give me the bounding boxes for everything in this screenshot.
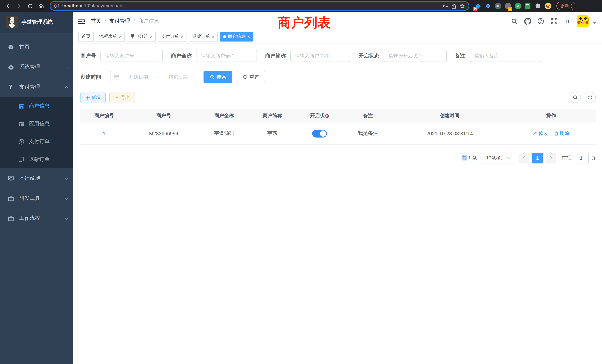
add-button[interactable]: 新增 — [80, 92, 106, 103]
prev-page-button[interactable] — [519, 152, 529, 163]
share-icon[interactable] — [451, 3, 456, 9]
extension-badge: 10 — [473, 7, 477, 11]
browser-update-button[interactable]: 更新 — [556, 2, 575, 10]
extension-doc-icon[interactable] — [525, 3, 531, 9]
status-toggle[interactable] — [312, 129, 327, 137]
sidebar-item-dev-tools[interactable]: 研发工具 — [0, 188, 73, 208]
browser-back-button[interactable] — [3, 1, 13, 11]
breadcrumb-separator: / — [105, 18, 106, 24]
cell-create-time: 2021-10-23 08:31:14 — [393, 123, 507, 144]
tab-refund-order[interactable]: 退款订单× — [189, 32, 218, 41]
close-icon[interactable]: × — [212, 34, 214, 39]
breadcrumb-home[interactable]: 首页 — [91, 18, 101, 24]
tab-home[interactable]: 首页 — [78, 32, 94, 41]
col-full-name: 商户全称 — [200, 109, 249, 123]
short-name-input[interactable] — [290, 50, 350, 62]
document-copy-icon — [18, 156, 24, 162]
address-bar[interactable]: localhost:1024/pay/merchant — [50, 1, 469, 11]
cell-merchant-id: 1 — [80, 123, 128, 144]
export-button[interactable]: 导出 — [109, 92, 135, 103]
sidebar-item-workflow[interactable]: 工作流程 — [0, 208, 73, 228]
browser-forward-button[interactable] — [14, 1, 24, 11]
sidebar-item-label: 应用信息 — [29, 120, 50, 127]
delete-link[interactable]: 删除 — [554, 130, 569, 137]
app-logo[interactable]: 芋道管理系统 — [0, 12, 73, 33]
jumper-label: 前往 — [562, 155, 572, 161]
sidebar-item-merchant-info[interactable]: 商户信息 — [0, 97, 73, 115]
next-page-button[interactable] — [546, 152, 556, 163]
pagination-total: 共 1 条 — [462, 155, 477, 161]
help-icon[interactable] — [537, 17, 545, 25]
extension-circle-icon[interactable]: 1 — [505, 3, 511, 9]
browser-home-button[interactable] — [36, 1, 46, 11]
status-label: 开启状态 — [358, 53, 379, 59]
github-icon[interactable] — [523, 17, 532, 25]
col-status: 开启状态 — [296, 109, 343, 123]
page-number-1[interactable]: 1 — [532, 152, 543, 163]
extensions-puzzle-icon[interactable] — [535, 3, 541, 9]
sidebar-item-label: 首页 — [19, 44, 68, 50]
font-size-icon[interactable]: TT — [563, 17, 572, 25]
col-merchant-no: 商户号 — [128, 109, 199, 123]
toggle-search-button[interactable] — [570, 92, 581, 103]
close-icon[interactable]: × — [181, 34, 183, 39]
breadcrumb-pay[interactable]: 支付管理 — [109, 18, 130, 24]
extension-pin-icon[interactable] — [484, 3, 491, 9]
tab-user-group[interactable]: 用户分组× — [127, 32, 156, 41]
breadcrumb-current: 商户信息 — [138, 18, 159, 24]
sidebar-item-system[interactable]: 系统管理 — [0, 57, 73, 77]
status-select[interactable]: 请选择开启状态 — [384, 50, 447, 62]
jumper-input[interactable] — [574, 152, 589, 163]
reset-button[interactable]: 重置 — [237, 71, 265, 83]
sidebar-item-app-info[interactable]: 应用信息 — [0, 115, 73, 133]
sidebar-item-home[interactable]: 首页 — [0, 37, 73, 57]
pay-submenu: 商户信息 应用信息 支付订单 — [0, 97, 73, 168]
short-name-label: 商户简称 — [265, 53, 286, 59]
dashboard-icon — [7, 44, 14, 50]
site-info-icon[interactable] — [54, 3, 59, 9]
sidebar-item-pay[interactable]: ¥ 支付管理 — [0, 77, 73, 97]
merchant-no-input[interactable] — [100, 50, 163, 62]
filter-row-1: 商户号 商户全称 商户简称 开启状态 请选择开启状态 — [80, 50, 596, 62]
extension-y-icon[interactable]: y — [515, 3, 521, 9]
avatar-dropdown-caret[interactable] — [593, 22, 596, 24]
bookmark-star-icon[interactable] — [459, 3, 465, 9]
page-content: 商户号 商户全称 商户简称 开启状态 请选择开启状态 — [73, 43, 602, 163]
browser-menu-icon[interactable] — [571, 4, 572, 8]
url-path: :1024/pay/merchant — [83, 3, 124, 9]
full-name-input[interactable] — [196, 50, 257, 62]
close-icon[interactable]: × — [119, 34, 121, 39]
remark-input[interactable] — [470, 50, 541, 62]
sidebar-item-refund-order[interactable]: 退款订单 — [0, 150, 73, 168]
header-search-icon[interactable] — [510, 17, 518, 25]
cell-remark: 我是备注 — [344, 123, 393, 144]
sidebar-item-infra[interactable]: 基础设施 — [0, 168, 73, 188]
logo-rabbit-image — [6, 16, 18, 28]
tab-pay-order[interactable]: 支付订单× — [158, 32, 187, 41]
fullscreen-icon[interactable] — [550, 17, 558, 25]
table-row: 1 M233666999 芋道源码 芋艿 我是备注 2021-10-23 08:… — [80, 123, 596, 144]
browser-extensions: 10 ⌘ 1 y — [474, 3, 551, 9]
extension-command-icon[interactable]: ⌘ — [494, 3, 501, 9]
cell-status — [296, 123, 343, 144]
sidebar-item-pay-order[interactable]: 支付订单 — [0, 133, 73, 150]
search-button[interactable]: 搜索 — [204, 71, 232, 83]
sidebar-item-label: 支付订单 — [29, 138, 50, 145]
extension-emoji-icon[interactable] — [545, 3, 551, 9]
sidebar-item-label: 工作流程 — [19, 215, 65, 222]
tab-process-form[interactable]: 流程表单× — [96, 32, 125, 41]
browser-reload-button[interactable] — [25, 1, 35, 11]
extension-diamond-icon[interactable]: 10 — [474, 3, 481, 9]
user-avatar[interactable] — [577, 15, 589, 27]
close-icon[interactable]: × — [248, 34, 250, 39]
edit-link[interactable]: 修改 — [533, 130, 548, 137]
close-icon[interactable]: × — [150, 34, 152, 39]
cell-short-name: 芋艿 — [249, 123, 296, 144]
password-key-icon[interactable] — [443, 3, 448, 9]
create-time-range-picker[interactable]: 开始日期 - 结束日期 — [110, 71, 198, 83]
tab-merchant-info[interactable]: 商户信息× — [220, 32, 253, 41]
tabs-bar: 首页 流程表单× 用户分组× 支付订单× 退款订单× 商户信息× — [73, 30, 602, 43]
refresh-button[interactable] — [585, 92, 596, 103]
page-size-select[interactable]: 10条/页 — [480, 152, 516, 163]
sidebar-fold-icon[interactable] — [77, 17, 86, 25]
